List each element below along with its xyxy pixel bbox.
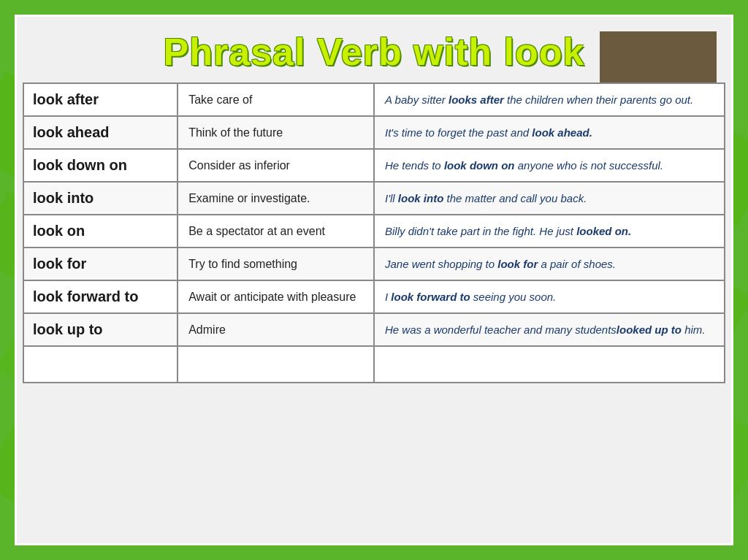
- table-row: look intoExamine or investigate.I'll loo…: [23, 182, 725, 215]
- verb-meaning: Await or anticipate with pleasure: [178, 280, 374, 313]
- verb-example: Billy didn't take part in the fight. He …: [374, 215, 725, 248]
- table-row: look up toAdmireHe was a wonderful teach…: [23, 313, 725, 346]
- table-row: look afterTake care ofA baby sitter look…: [23, 83, 725, 116]
- phrasal-verb: look ahead: [23, 116, 178, 149]
- phrasal-verb: look up to: [23, 313, 178, 346]
- empty-row: [23, 346, 725, 383]
- verb-example: He tends to look down on anyone who is n…: [374, 149, 725, 182]
- verb-meaning: Be a spectator at an event: [178, 215, 374, 248]
- content-table-wrapper: look afterTake care ofA baby sitter look…: [17, 83, 731, 389]
- verb-example: I look forward to seeing you soon.: [374, 280, 725, 313]
- verb-meaning: Try to find something: [178, 248, 374, 280]
- phrasal-verb: look forward to: [23, 280, 178, 313]
- phrasal-verb: look into: [23, 182, 178, 215]
- phrasal-verbs-table: look afterTake care ofA baby sitter look…: [23, 83, 725, 383]
- top-brown-decoration: [600, 31, 717, 83]
- table-row: look onBe a spectator at an eventBilly d…: [23, 215, 725, 248]
- table-row: look aheadThink of the futureIt's time t…: [23, 116, 725, 149]
- verb-meaning: Consider as inferior: [178, 149, 374, 182]
- verb-meaning: Think of the future: [178, 116, 374, 149]
- verb-meaning: Admire: [178, 313, 374, 346]
- table-row: look forward toAwait or anticipate with …: [23, 280, 725, 313]
- verb-example: It's time to forget the past and look ah…: [374, 116, 725, 149]
- phrasal-verb: look after: [23, 83, 178, 116]
- verb-meaning: Examine or investigate.: [178, 182, 374, 215]
- verb-example: A baby sitter looks after the children w…: [374, 83, 725, 116]
- phrasal-verb: look down on: [23, 149, 178, 182]
- page-title: Phrasal Verb with look: [164, 31, 585, 73]
- verb-example: Jane went shopping to look for a pair of…: [374, 248, 725, 280]
- table-row: look down onConsider as inferiorHe tends…: [23, 149, 725, 182]
- table-row: look forTry to find somethingJane went s…: [23, 248, 725, 280]
- phrasal-verb: look on: [23, 215, 178, 248]
- phrasal-verb: look for: [23, 248, 178, 280]
- verb-example: I'll look into the matter and call you b…: [374, 182, 725, 215]
- verb-meaning: Take care of: [178, 83, 374, 116]
- verb-example: He was a wonderful teacher and many stud…: [374, 313, 725, 346]
